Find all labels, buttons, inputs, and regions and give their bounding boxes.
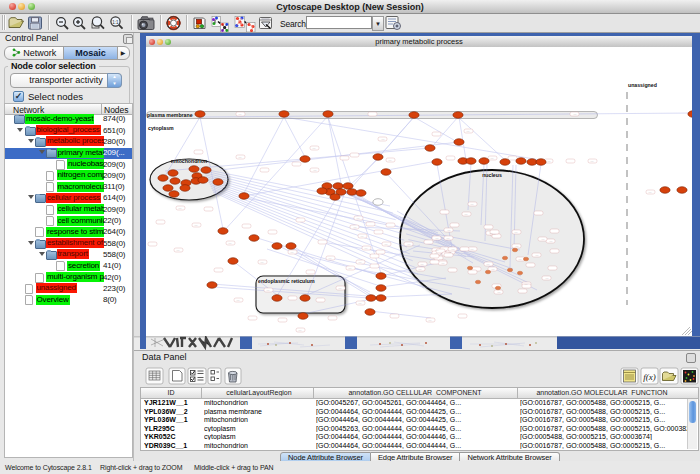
- svg-text:....: ....: [541, 237, 544, 241]
- svg-text:....: ....: [446, 236, 449, 240]
- svg-text:....: ....: [547, 159, 550, 163]
- svg-text:....: ....: [514, 230, 517, 234]
- svg-text:unassigned: unassigned: [628, 82, 657, 88]
- svg-text:....: ....: [535, 253, 538, 257]
- svg-text:....: ....: [358, 301, 361, 305]
- svg-text:....: ....: [360, 234, 363, 238]
- svg-text:....: ....: [384, 242, 387, 246]
- svg-text:plasma membrane: plasma membrane: [147, 112, 193, 118]
- svg-text:....: ....: [435, 236, 438, 240]
- svg-text:....: ....: [236, 298, 239, 302]
- svg-text:nucleus: nucleus: [482, 172, 502, 178]
- svg-text:....: ....: [648, 190, 651, 194]
- svg-text:....: ....: [466, 129, 469, 133]
- svg-text:....: ....: [388, 158, 391, 162]
- svg-text:....: ....: [358, 260, 361, 264]
- svg-text:....: ....: [451, 247, 454, 251]
- svg-text:....: ....: [228, 241, 231, 245]
- svg-text:....: ....: [381, 137, 384, 141]
- svg-text:....: ....: [491, 267, 494, 271]
- svg-text:....: ....: [441, 261, 444, 265]
- svg-text:....: ....: [348, 266, 351, 270]
- svg-text:....: ....: [290, 250, 293, 254]
- svg-text:....: ....: [447, 228, 450, 232]
- svg-text:....: ....: [549, 239, 552, 243]
- svg-text:....: ....: [428, 318, 431, 322]
- svg-text:....: ....: [470, 247, 473, 251]
- svg-text:....: ....: [313, 168, 316, 172]
- svg-text:....: ....: [328, 256, 331, 260]
- svg-text:....: ....: [238, 155, 241, 159]
- svg-text:....: ....: [176, 248, 179, 252]
- svg-text:cytoplasm: cytoplasm: [148, 125, 174, 131]
- svg-text:1:1: 1:1: [112, 20, 119, 25]
- svg-text:....: ....: [194, 223, 197, 227]
- svg-text:....: ....: [312, 146, 315, 150]
- svg-text:....: ....: [489, 231, 492, 235]
- svg-text:....: ....: [298, 328, 301, 332]
- svg-text:f(x): f(x): [643, 372, 656, 382]
- svg-text:....: ....: [364, 246, 367, 250]
- svg-text:....: ....: [573, 112, 576, 116]
- svg-text:....: ....: [420, 262, 423, 266]
- svg-text:....: ....: [260, 260, 263, 264]
- svg-text:....: ....: [470, 202, 473, 206]
- svg-text:....: ....: [407, 242, 410, 246]
- svg-text:....: ....: [464, 212, 467, 216]
- svg-text:....: ....: [490, 156, 493, 160]
- svg-text:....: ....: [353, 225, 356, 229]
- svg-text:....: ....: [524, 282, 527, 286]
- svg-text:....: ....: [486, 262, 489, 266]
- svg-text:....: ....: [356, 216, 359, 220]
- svg-text:....: ....: [497, 290, 500, 294]
- svg-text:....: ....: [545, 276, 548, 280]
- svg-text:....: ....: [434, 251, 437, 255]
- svg-text:....: ....: [418, 267, 421, 271]
- svg-text:....: ....: [266, 288, 269, 292]
- svg-text:....: ....: [515, 244, 518, 248]
- svg-text:....: ....: [338, 286, 341, 290]
- svg-text:....: ....: [178, 206, 181, 210]
- svg-text:....: ....: [492, 232, 495, 236]
- svg-text:....: ....: [518, 257, 521, 261]
- svg-text:....: ....: [590, 159, 593, 163]
- svg-text:....: ....: [238, 112, 241, 116]
- svg-text:mitochondrion: mitochondrion: [171, 158, 207, 164]
